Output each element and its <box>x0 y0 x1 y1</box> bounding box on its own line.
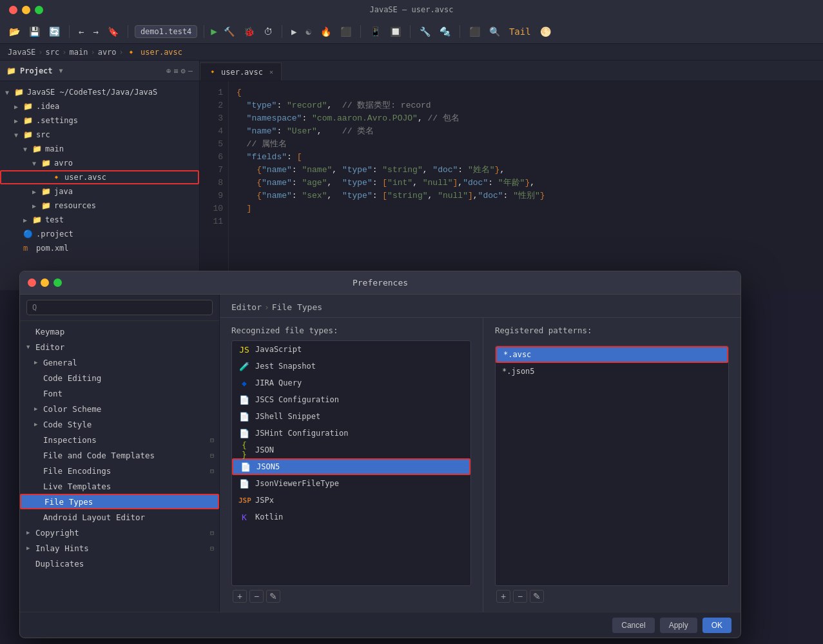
breadcrumb-javase[interactable]: JavaSE <box>8 48 35 57</box>
pref-item-duplicates[interactable]: Duplicates <box>20 556 219 571</box>
maximize-button[interactable] <box>35 6 43 14</box>
pref-item-file-code-templates[interactable]: File and Code Templates ⊟ <box>20 447 219 463</box>
ft-item-json5[interactable]: 📄 JSON5 <box>232 458 470 475</box>
ft-item-jsonviewer[interactable]: 📄 JsonViewerFileType <box>232 475 470 492</box>
tree-item-idea[interactable]: ▶ 📁 .idea <box>0 99 199 113</box>
breadcrumb-avro[interactable]: avro <box>98 48 117 57</box>
breadcrumb-src[interactable]: src <box>46 48 60 57</box>
project-badge[interactable]: demo1.test4 <box>135 25 197 38</box>
tools-icon[interactable]: 🔩 <box>437 25 453 38</box>
search-icon[interactable]: 🔍 <box>487 25 503 38</box>
ft-item-jscs[interactable]: 📄 JSCS Configuration <box>232 391 470 408</box>
ft-item-jspx[interactable]: JSP JSPx <box>232 492 470 509</box>
project-sidebar: 📁 Project ▼ ⊕ ≡ ⚙ — ▼ 📁 JavaSE ~/CodeTes… <box>0 61 200 290</box>
pref-maximize-button[interactable] <box>53 278 62 287</box>
tree-item-user-avsc[interactable]: 🔸 user.avsc <box>0 170 199 184</box>
run-button[interactable]: ▶ <box>211 25 217 37</box>
tail-icon[interactable]: Tail <box>507 25 534 38</box>
ft-item-jest[interactable]: 🧪 Jest Snapshot <box>232 358 470 375</box>
tree-label-pom: pom.xml <box>36 244 69 253</box>
tree-item-main[interactable]: ▼ 📁 main <box>0 142 199 156</box>
ft-item-jira[interactable]: ◆ JIRA Query <box>232 375 470 391</box>
code-area[interactable]: { "type": "record", // 数据类型: record "nam… <box>229 81 823 290</box>
pref-close-button[interactable] <box>28 278 36 287</box>
collapse-icon[interactable]: ≡ <box>173 66 178 75</box>
cancel-button[interactable]: Cancel <box>612 618 654 633</box>
code-style-arrow: ▶ <box>34 421 43 427</box>
pref-item-color-scheme[interactable]: ▶ Color Scheme <box>20 401 219 416</box>
device-icon[interactable]: 📱 <box>367 25 383 38</box>
ft-item-jshell[interactable]: 📄 JShell Snippet <box>232 408 470 425</box>
pref-item-live-templates[interactable]: Live Templates <box>20 478 219 494</box>
ok-button[interactable]: OK <box>702 618 731 633</box>
pref-item-editor[interactable]: ▼ Editor <box>20 339 219 355</box>
layout-icon[interactable]: ⬛ <box>467 25 483 38</box>
tree-item-settings[interactable]: ▶ 📁 .settings <box>0 113 199 128</box>
tree-item-java[interactable]: ▶ 📁 java <box>0 184 199 199</box>
open-folder-icon[interactable]: 📂 <box>6 25 23 38</box>
coverage-icon[interactable]: ☯ <box>303 25 313 38</box>
profile-icon[interactable]: ⏱ <box>261 25 275 38</box>
breadcrumb-file[interactable]: 🔸 user.avsc <box>126 48 182 57</box>
pat-item-json5[interactable]: *.json5 <box>496 363 728 380</box>
debug-icon[interactable]: 🐞 <box>241 25 257 38</box>
editor-tab-user-avsc[interactable]: 🔸 user.avsc ✕ <box>200 63 282 81</box>
tree-item-src[interactable]: ▼ 📁 src <box>0 128 199 142</box>
add-scope-icon[interactable]: ⊕ <box>166 66 171 75</box>
remove-file-type-button[interactable]: − <box>249 590 264 603</box>
pat-item-avsc[interactable]: *.avsc <box>496 346 728 363</box>
pref-item-font[interactable]: Font <box>20 385 219 401</box>
save-icon[interactable]: 💾 <box>26 25 43 38</box>
pref-item-inlay-hints[interactable]: ▶ Inlay Hints ⊟ <box>20 540 219 556</box>
pref-item-file-types[interactable]: File Types <box>20 494 219 509</box>
settings-icon[interactable]: 🔧 <box>417 25 433 38</box>
forward-icon[interactable]: → <box>90 25 101 38</box>
pref-item-keymap[interactable]: Keymap <box>20 324 219 339</box>
add-pattern-button[interactable]: + <box>496 590 510 603</box>
add-file-type-button[interactable]: + <box>233 590 247 603</box>
close-button[interactable] <box>9 6 17 14</box>
back-icon[interactable]: ← <box>76 25 86 38</box>
tree-item-pom[interactable]: m pom.xml <box>0 241 199 255</box>
sync-icon[interactable]: 🔄 <box>46 25 63 38</box>
edit-pattern-button[interactable]: ✎ <box>530 590 544 603</box>
ft-item-kotlin[interactable]: K Kotlin <box>232 509 470 525</box>
pref-search-box[interactable]: Q <box>26 300 213 315</box>
edit-file-type-button[interactable]: ✎ <box>266 590 280 603</box>
tree-item-test[interactable]: ▶ 📁 test <box>0 213 199 227</box>
breadcrumb-main[interactable]: main <box>70 48 88 57</box>
sdk-icon[interactable]: 🔲 <box>387 25 403 38</box>
pref-item-copyright[interactable]: ▶ Copyright ⊟ <box>20 525 219 540</box>
ft-item-json[interactable]: { } JSON <box>232 442 470 458</box>
pref-item-android-layout[interactable]: Android Layout Editor <box>20 509 219 525</box>
minimize-sidebar-icon[interactable]: — <box>188 66 193 75</box>
tree-item-resources[interactable]: ▶ 📁 resources <box>0 199 199 213</box>
settings-icon[interactable]: ⚙ <box>181 66 186 75</box>
pref-item-file-encodings[interactable]: File Encodings ⊟ <box>20 463 219 478</box>
pref-item-inspections[interactable]: Inspections ⊟ <box>20 432 219 447</box>
tab-close-icon[interactable]: ✕ <box>269 68 273 75</box>
minimize-button[interactable] <box>22 6 30 14</box>
ft-item-javascript[interactable]: JS JavaScript <box>232 341 470 358</box>
pref-item-general[interactable]: ▶ General <box>20 355 219 370</box>
apply-button[interactable]: Apply <box>660 618 697 633</box>
stop-icon[interactable]: ⬛ <box>338 25 354 38</box>
folder-icon-settings: 📁 <box>23 116 34 125</box>
pref-breadcrumb-editor: Editor <box>231 302 262 312</box>
pref-breadcrumb-sep: › <box>264 302 269 312</box>
tree-item-avro[interactable]: ▼ 📁 avro <box>0 156 199 170</box>
pref-minimize-button[interactable] <box>41 278 49 287</box>
run2-button[interactable]: ▶ <box>289 25 299 38</box>
pref-breadcrumb: Editor › File Types <box>231 302 729 312</box>
pref-item-code-editing[interactable]: Code Editing <box>20 370 219 385</box>
pref-item-code-style[interactable]: ▶ Code Style <box>20 416 219 432</box>
tree-label-main: main <box>45 144 64 153</box>
navigation-icon[interactable]: 🔖 <box>105 25 121 38</box>
flame-icon[interactable]: 🔥 <box>318 25 334 38</box>
tree-item-project-file[interactable]: 🔵 .project <box>0 227 199 241</box>
ft-item-jshint[interactable]: 📄 JSHint Configuration <box>232 425 470 442</box>
remove-pattern-button[interactable]: − <box>513 590 527 603</box>
build-icon[interactable]: 🔨 <box>221 25 237 38</box>
tree-item-javase[interactable]: ▼ 📁 JavaSE ~/CodeTest/Java/JavaS <box>0 85 199 99</box>
pom-icon: m <box>23 244 34 253</box>
